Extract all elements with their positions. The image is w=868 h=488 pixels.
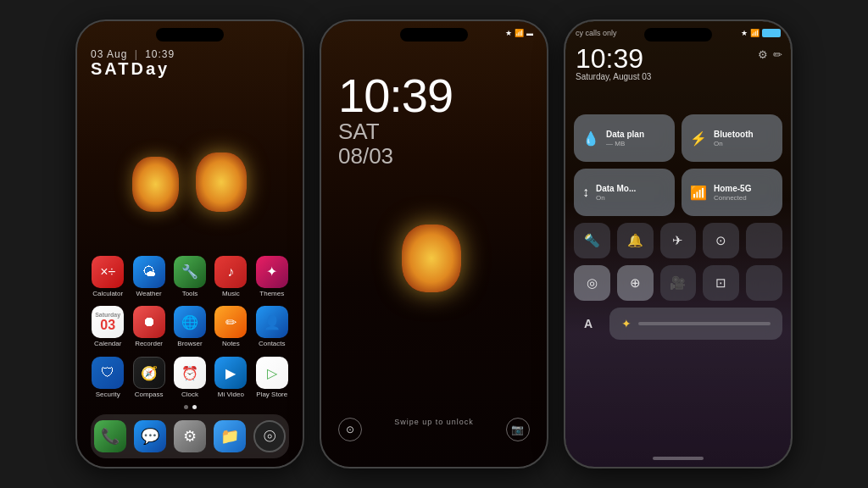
app-recorder[interactable]: ⏺ Recorder: [131, 306, 168, 348]
lock-bottom-icons: ⊙ Swipe up to unlock 📷: [338, 418, 530, 441]
dock-messages[interactable]: 💬: [134, 420, 166, 452]
app-music-label: Music: [222, 291, 240, 298]
app-browser[interactable]: 🌐 Browser: [171, 306, 209, 348]
app-compass[interactable]: 🧭 Compass: [131, 357, 168, 399]
battery-icon: ▬: [526, 30, 533, 37]
page-dots: [77, 405, 303, 409]
cc-wifi-label: Home-5G: [714, 184, 751, 194]
cc-bell-btn[interactable]: 🔔: [617, 223, 654, 258]
app-notes-icon: ✏: [214, 306, 247, 338]
swipe-hint: Swipe up to unlock: [394, 418, 474, 441]
app-compass-label: Compass: [135, 391, 164, 399]
app-dock: 📞 💬 ⚙ 📁 ⦾: [91, 414, 289, 458]
cc-airplane-btn[interactable]: ✈: [660, 223, 697, 258]
cc-bluetooth-tile[interactable]: ⚡ Bluetooth On: [682, 114, 782, 162]
phone-home: 03 Aug | 10:39 SATDay ×÷ Calculator 🌤 We…: [75, 19, 304, 469]
cc-bt-info: Bluetooth On: [714, 130, 754, 147]
dock-phone[interactable]: 📞: [94, 420, 126, 452]
cc-brightness-row: A ✦: [574, 308, 782, 340]
dock-camera[interactable]: ⦾: [253, 420, 286, 452]
cc-data-info: Data plan — MB: [606, 130, 644, 147]
cc-settings-icon[interactable]: ⚙: [758, 48, 768, 61]
app-weather-label: Weather: [136, 291, 162, 298]
cc-focus-btn[interactable]: ⊙: [703, 223, 739, 258]
app-mivideo-icon: ▶: [214, 357, 247, 389]
cc-auto-brightness-label: A: [574, 317, 603, 330]
dock-settings[interactable]: ⚙: [174, 420, 206, 452]
app-browser-label: Browser: [177, 341, 202, 348]
app-themes-label: Themes: [259, 291, 284, 298]
lock-circle-icon-left: ⊙: [338, 418, 362, 441]
cc-data-mode-sub: On: [596, 194, 636, 202]
cc-status-icons: ★ 📶: [741, 29, 781, 37]
cc-wifi-icon: 📶: [750, 29, 760, 37]
cc-home-indicator: [653, 457, 704, 460]
app-calculator-icon: ×÷: [92, 256, 124, 288]
cc-screen-btn[interactable]: ⊕: [617, 265, 654, 301]
app-tools-icon: 🔧: [174, 256, 206, 288]
cc-extra-btn-2[interactable]: [746, 265, 782, 301]
app-row-1: ×÷ Calculator 🌤 Weather 🔧 Tools ♪ Music …: [87, 256, 292, 298]
cc-row-1: 💧 Data plan — MB ⚡ Bluetooth On: [574, 114, 782, 162]
app-music[interactable]: ♪ Music: [212, 256, 249, 298]
phone-lock: ★ 📶 ▬ 10:39 SAT 08/03 ⊙ Swipe up to unlo…: [320, 19, 548, 469]
app-notes-label: Notes: [222, 341, 240, 348]
app-weather-icon: 🌤: [133, 256, 165, 288]
cc-control-grid: 💧 Data plan — MB ⚡ Bluetooth On: [574, 114, 782, 340]
cc-data-mode-tile[interactable]: ↕ Data Mo... On: [574, 169, 675, 216]
app-playstore-label: Play Store: [256, 391, 287, 399]
lock-time: 10:39: [338, 72, 453, 119]
app-themes-icon: ✦: [256, 256, 288, 288]
cc-date-icons: ⚙ ✏: [758, 48, 782, 61]
camera-notch: [156, 28, 224, 42]
app-weather[interactable]: 🌤 Weather: [131, 256, 168, 298]
home-date: 03 Aug | 10:39: [91, 48, 175, 60]
app-playstore-icon: ▷: [256, 357, 288, 389]
cc-sun-icon: ✦: [621, 317, 632, 330]
cc-flashlight-btn[interactable]: 🔦: [574, 223, 610, 258]
cc-location-btn[interactable]: ◎: [574, 265, 610, 301]
app-tools[interactable]: 🔧 Tools: [171, 256, 209, 298]
app-notes[interactable]: ✏ Notes: [212, 306, 249, 348]
cc-clock: 10:39 Saturday, August 03: [576, 45, 651, 81]
cc-wifi-tile[interactable]: 📶 Home-5G Connected: [682, 169, 782, 216]
cc-brightness-slider[interactable]: ✦: [609, 308, 782, 340]
app-contacts-icon: 👤: [256, 306, 288, 338]
app-clock[interactable]: ⏰ Clock: [171, 357, 209, 399]
cc-date: Saturday, August 03: [576, 72, 651, 81]
cc-fullscreen-btn[interactable]: ⊡: [703, 265, 739, 301]
cc-data-icon: 💧: [582, 130, 599, 147]
cc-row-2: ↕ Data Mo... On 📶 Home-5G Connected: [574, 169, 782, 216]
app-security-label: Security: [96, 391, 120, 399]
app-calendar[interactable]: Saturday 03 Calendar: [89, 306, 126, 348]
app-security[interactable]: 🛡 Security: [89, 357, 126, 399]
app-row-3: 🛡 Security 🧭 Compass ⏰ Clock ▶ Mi Video …: [87, 357, 292, 399]
cc-status-text: cy calls only: [576, 29, 617, 37]
app-contacts[interactable]: 👤 Contacts: [253, 306, 291, 348]
app-calculator-label: Calculator: [92, 291, 123, 298]
cc-extra-btn-1[interactable]: [746, 223, 782, 258]
cc-brightness-track: [638, 322, 771, 325]
app-contacts-label: Contacts: [259, 341, 286, 348]
app-recorder-icon: ⏺: [133, 306, 165, 338]
cc-data-plan-tile[interactable]: 💧 Data plan — MB: [574, 114, 675, 162]
app-grid: ×÷ Calculator 🌤 Weather 🔧 Tools ♪ Music …: [77, 256, 303, 399]
cc-small-grid-1: 🔦 🔔 ✈ ⊙: [574, 223, 782, 258]
app-themes[interactable]: ✦ Themes: [253, 256, 291, 298]
cc-video-btn[interactable]: 🎥: [660, 265, 697, 301]
dot-2: [192, 405, 197, 409]
dock-files[interactable]: 📁: [214, 420, 246, 452]
app-playstore[interactable]: ▷ Play Store: [253, 357, 291, 399]
app-mivideo[interactable]: ▶ Mi Video: [212, 357, 249, 399]
lantern-right: [196, 152, 247, 212]
cc-bluetooth-icon: ⚡: [690, 130, 707, 147]
cc-edit-icon[interactable]: ✏: [773, 48, 782, 61]
app-calculator[interactable]: ×÷ Calculator: [89, 256, 126, 298]
phone-cc: cy calls only ★ 📶 10:39 Saturday, August…: [564, 19, 793, 469]
cc-small-grid-2: ◎ ⊕ 🎥 ⊡: [574, 265, 782, 301]
app-recorder-label: Recorder: [135, 341, 163, 348]
app-security-icon: 🛡: [92, 357, 124, 389]
cc-data-mode-info: Data Mo... On: [596, 184, 636, 202]
cc-data-mode-icon: ↕: [582, 185, 589, 200]
cc-bt-sub: On: [714, 140, 754, 147]
